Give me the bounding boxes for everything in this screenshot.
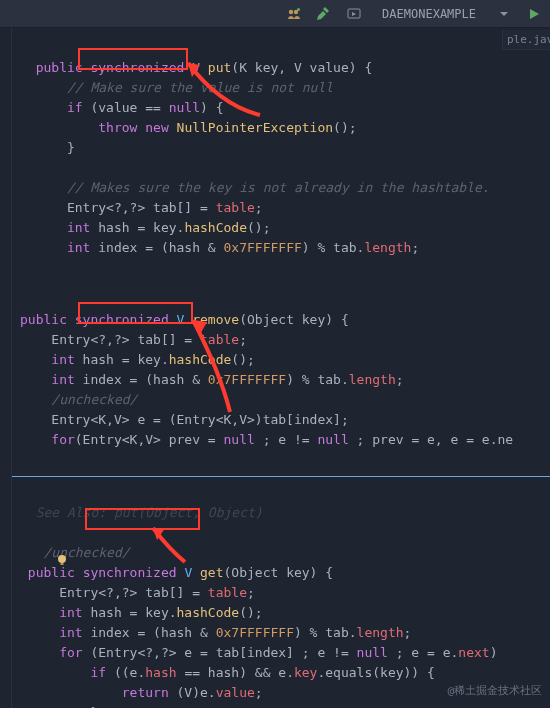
- watermark: @稀土掘金技术社区: [447, 683, 542, 698]
- svg-point-4: [58, 555, 66, 563]
- run-target-icon[interactable]: [346, 6, 362, 22]
- toolbar: DAEMONEXAMPLE: [0, 0, 550, 28]
- play-icon[interactable]: [526, 6, 542, 22]
- code-block-get: See Also: put(Object, Object) /unchecked…: [0, 477, 550, 708]
- code-block-put: public synchronized V put(K key, V value…: [0, 32, 550, 284]
- svg-rect-5: [60, 563, 63, 565]
- code-editor[interactable]: public synchronized V put(K key, V value…: [0, 28, 550, 708]
- run-config-label[interactable]: DAEMONEXAMPLE: [376, 7, 482, 21]
- hammer-icon[interactable]: [316, 6, 332, 22]
- dropdown-icon[interactable]: [496, 6, 512, 22]
- code-block-remove: public synchronized V remove(Object key)…: [0, 284, 550, 476]
- svg-point-0: [289, 9, 293, 13]
- lightbulb-icon[interactable]: [8, 533, 22, 547]
- svg-point-2: [297, 8, 300, 11]
- collab-icon[interactable]: [286, 6, 302, 22]
